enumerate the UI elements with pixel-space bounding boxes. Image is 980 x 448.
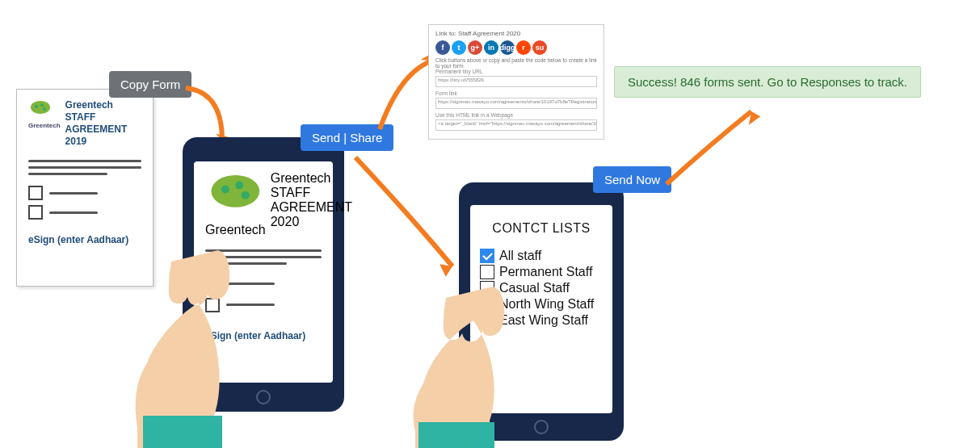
list-item-label: All staff (499, 249, 541, 263)
svg-point-7 (242, 191, 250, 199)
svg-point-1 (35, 105, 38, 108)
arrow-icon (662, 95, 768, 195)
checkbox-icon (28, 205, 43, 220)
send-now-button[interactable]: Send Now (593, 166, 671, 193)
logo-caption: Greentech (205, 223, 266, 237)
success-banner: Success! 846 forms sent. Go to Responses… (614, 66, 921, 98)
share-g+-icon[interactable]: g+ (468, 40, 482, 55)
svg-point-6 (235, 181, 243, 189)
checkbox-icon[interactable] (480, 249, 494, 263)
svg-point-4 (211, 175, 259, 207)
svg-point-3 (43, 107, 46, 111)
new-doc-title: Greentech STAFF AGREEMENT 2020 (271, 171, 352, 229)
share-in-icon[interactable]: in (484, 40, 498, 55)
contact-lists-title: CONTCT LISTS (480, 221, 603, 236)
svg-point-5 (221, 185, 229, 193)
share-digg-icon[interactable]: digg (500, 40, 515, 55)
logo-caption: Greentech (28, 122, 61, 129)
arrow-icon (347, 153, 469, 294)
copy-form-button[interactable]: Copy Form (109, 71, 191, 98)
share-su-icon[interactable]: su (532, 40, 547, 55)
old-doc-title: Greentech STAFF AGREEMENT 2019 (65, 99, 141, 148)
hand-icon (402, 287, 524, 448)
hand-icon (123, 250, 248, 448)
checkbox-icon[interactable] (480, 265, 494, 279)
share-icons-row: ftg+indiggrsu (435, 40, 597, 55)
greentech-logo: Greentech (205, 171, 266, 237)
home-button-icon (256, 390, 271, 404)
html-link-field[interactable]: <a target="_blank" href="https://signmax… (435, 119, 597, 131)
home-button-icon (534, 420, 549, 434)
share-panel: Link to: Staff Agreement 2020 ftg+indigg… (428, 24, 604, 140)
list-item[interactable]: All staff (480, 249, 603, 263)
esign-label: eSign (enter Aadhaar) (28, 234, 141, 245)
svg-point-0 (31, 101, 50, 114)
checkbox-icon (28, 186, 43, 200)
form-link-field[interactable]: https://signmax.masayo.com/agreements/sh… (435, 98, 597, 109)
svg-point-2 (40, 103, 44, 107)
share-t-icon[interactable]: t (452, 40, 466, 55)
tiny-url-field[interactable]: https://tiny.url/555826 (435, 76, 597, 87)
share-r-icon[interactable]: r (516, 40, 531, 55)
list-item[interactable]: Permanent Staff (480, 265, 603, 279)
list-item-label: Permanent Staff (499, 265, 592, 279)
share-instructions: Click buttons above or copy and paste th… (435, 57, 597, 69)
share-f-icon[interactable]: f (435, 40, 450, 55)
greentech-logo: Greentech (28, 99, 61, 129)
share-panel-header: Link to: Staff Agreement 2020 (435, 30, 597, 37)
